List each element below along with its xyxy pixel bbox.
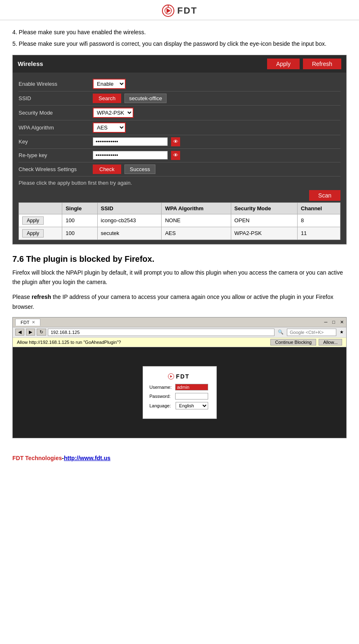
ff-reload-button[interactable]: ↻ (37, 329, 46, 336)
firefox-toolbar: ◀ ▶ ↻ 🔍 ★ (13, 327, 346, 338)
firefox-maximize-icon[interactable]: □ (332, 320, 335, 324)
wpa-algorithm-control: AES TKIP (93, 122, 126, 133)
key-label: Key (19, 139, 93, 145)
check-button[interactable]: Check (93, 165, 121, 174)
section76-para1-text: Firefox will block the NPAPI plugin by d… (12, 269, 343, 286)
col-security: Security Mode (231, 202, 297, 214)
firefox-window-close-icon[interactable]: ✕ (340, 320, 344, 325)
key-input[interactable] (93, 137, 168, 146)
enable-wireless-select[interactable]: Enable Disable (93, 79, 126, 89)
refresh-button[interactable]: Refresh (303, 59, 341, 69)
ff-bookmark-icon[interactable]: ★ (340, 329, 344, 335)
firefox-minimize-icon[interactable]: ─ (324, 320, 328, 324)
retype-key-control: 👁 (93, 151, 180, 160)
ff-back-button[interactable]: ◀ (15, 329, 24, 336)
firefox-tab[interactable]: FDT ✕ (15, 319, 40, 326)
panel-buttons: Apply Refresh (267, 59, 341, 69)
footer-url[interactable]: http://www.fdt.us (64, 455, 110, 461)
table-row: Apply 100 secutek AES WPA2-PSK 11 (19, 227, 340, 240)
network-apply-button[interactable]: Apply (22, 216, 44, 225)
footer-brand: FDT Technologies (12, 455, 62, 461)
security-mode-control: WPA2-PSK WPA-PSK OPEN (93, 108, 134, 118)
security-mode-label: Security Mode (19, 110, 93, 116)
firefox-close-tab-icon[interactable]: ✕ (32, 320, 35, 324)
col-channel: Channel (297, 202, 340, 214)
table-row: Apply 100 icongo-cb2543 NONE OPEN 8 (19, 214, 340, 227)
firefox-screenshot: FDT ✕ ─ □ ✕ ◀ ▶ ↻ 🔍 ★ Allow http://192.1… (12, 317, 347, 438)
col-wpa: WPA Algorithm (162, 202, 231, 214)
network-apply-button[interactable]: Apply (22, 229, 44, 237)
ff-search-label: 🔍 (276, 329, 285, 335)
login-username-input[interactable] (175, 384, 208, 390)
login-password-input[interactable] (175, 393, 208, 400)
ff-address-bar[interactable] (48, 329, 275, 336)
page-header: FDT (0, 0, 359, 20)
wireless-panel: Wireless Apply Refresh Enable Wireless E… (12, 55, 347, 244)
retype-key-input[interactable] (93, 151, 168, 160)
apply-cell: Apply (19, 214, 62, 227)
ff-notification-buttons: Continue Blocking Allow... (270, 339, 342, 346)
col-single: Single (62, 202, 97, 214)
footer: FDT Technologies-http://www.fdt.us (12, 455, 347, 461)
wpa-cell: AES (162, 227, 231, 240)
scan-button[interactable]: Scan (309, 190, 340, 201)
check-status: Success (124, 165, 155, 174)
retype-key-row: Re-type key 👁 (19, 149, 340, 162)
logo-text: FDT (177, 5, 197, 16)
fdt-logo-icon (162, 4, 175, 17)
apply-button[interactable]: Apply (267, 59, 300, 69)
login-username-row: Username: (150, 384, 208, 390)
wpa-algorithm-select[interactable]: AES TKIP (93, 122, 126, 133)
ssid-label: SSID (19, 95, 93, 101)
wpa-cell: NONE (162, 214, 231, 227)
firefox-notification: Allow http://192.168.1.125 to run "GoAhe… (13, 338, 346, 347)
single-cell: 100 (62, 214, 97, 227)
col-ssid: SSID (97, 202, 162, 214)
check-wireless-label: Check Wireless Settings (19, 166, 93, 172)
hint-text: Please click the apply button first then… (19, 176, 340, 188)
ssid-row: SSID Search secutek-office (19, 92, 340, 106)
check-wireless-control: Check Success (93, 165, 155, 174)
svg-marker-2 (167, 8, 171, 13)
ff-forward-button[interactable]: ▶ (26, 329, 35, 336)
login-password-label: Password: (150, 394, 174, 399)
security-mode-row: Security Mode WPA2-PSK WPA-PSK OPEN (19, 106, 340, 120)
retype-key-eye-icon[interactable]: 👁 (171, 151, 180, 160)
table-header-row: Single SSID WPA Algorithm Security Mode … (19, 202, 340, 214)
step5-text: 5. Please make sure your wifi password i… (12, 39, 347, 49)
section76-para2-bold: refresh (32, 294, 51, 300)
col-apply (19, 202, 62, 214)
key-row: Key 👁 (19, 135, 340, 149)
login-language-row: Language: English (150, 402, 208, 409)
key-eye-icon[interactable]: 👁 (171, 137, 180, 146)
login-language-select[interactable]: English (176, 402, 208, 409)
svg-marker-5 (170, 375, 172, 378)
login-username-label: Username: (150, 385, 174, 390)
scan-row: Scan (19, 188, 340, 202)
search-button[interactable]: Search (93, 94, 121, 103)
ff-search-bar[interactable] (287, 329, 336, 336)
ssid-cell: icongo-cb2543 (97, 214, 162, 227)
login-box: FDT Username: Password: Language: Englis… (143, 366, 217, 419)
section76-title: 7.6 The plugin is blocked by Firefox. (12, 254, 347, 264)
check-wireless-row: Check Wireless Settings Check Success (19, 162, 340, 176)
section76-para1: Firefox will block the NPAPI plugin by d… (12, 268, 347, 288)
main-content: 4. Please make sure you have enabled the… (0, 20, 359, 474)
panel-body: Enable Wireless Enable Disable SSID Sear… (13, 73, 346, 244)
retype-key-label: Re-type key (19, 152, 93, 158)
login-logo: FDT (150, 373, 208, 380)
networks-table: Single SSID WPA Algorithm Security Mode … (19, 202, 340, 240)
ff-continue-blocking-button[interactable]: Continue Blocking (270, 339, 316, 346)
channel-cell: 11 (297, 227, 340, 240)
section76-para2-suffix: the IP address of your camera to access … (12, 294, 333, 310)
ff-allow-button[interactable]: Allow... (319, 339, 342, 346)
ssid-value: secutek-office (124, 94, 167, 103)
enable-wireless-label: Enable Wireless (19, 81, 93, 87)
security-mode-select[interactable]: WPA2-PSK WPA-PSK OPEN (93, 108, 134, 118)
apply-cell: Apply (19, 227, 62, 240)
section76-para2-prefix: Please (12, 294, 32, 300)
section76-para2: Please refresh the IP address of your ca… (12, 292, 347, 312)
security-cell: OPEN (231, 214, 297, 227)
channel-cell: 8 (297, 214, 340, 227)
panel-title: Wireless (18, 60, 43, 67)
